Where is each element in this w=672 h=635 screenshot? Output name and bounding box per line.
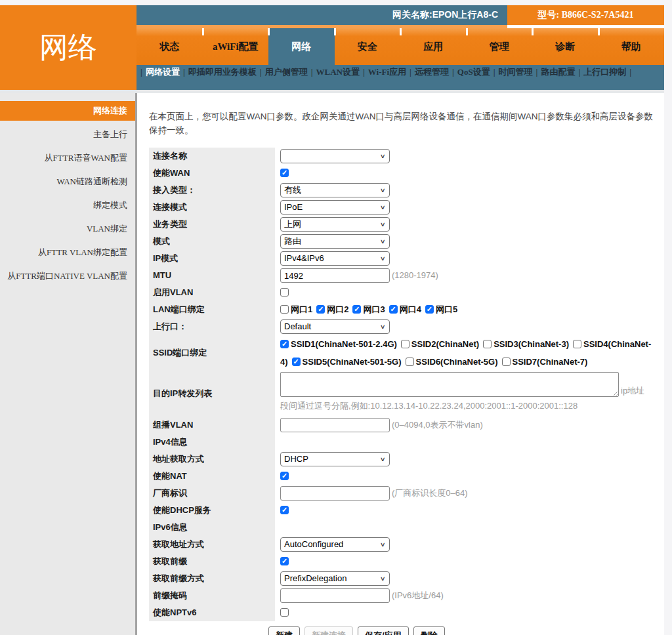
- tab-awifi-config[interactable]: aWiFi配置: [203, 28, 269, 65]
- sidebar-item-primary-backup-uplink[interactable]: 主备上行: [0, 125, 135, 144]
- ipv6-address-acquisition-select[interactable]: AutoConfigured∨: [280, 537, 390, 552]
- ssid-port-binding-option-6[interactable]: SSID6(ChinaNet-5G): [406, 357, 498, 367]
- subnav-item-uplink-suppression[interactable]: 上行口抑制: [583, 67, 626, 77]
- select-value: IPv4&IPv6: [284, 253, 324, 263]
- sidebar-item-vlan-binding[interactable]: VLAN绑定: [0, 219, 135, 239]
- tab-management[interactable]: 管理: [467, 28, 533, 65]
- new-button[interactable]: 新建: [268, 626, 300, 635]
- subnav-item-user-side-management[interactable]: 用户侧管理: [265, 67, 308, 77]
- option-label: 网口2: [327, 304, 348, 314]
- form-row-ip-mode: IP模式IPv4&IPv6∨: [149, 250, 664, 267]
- connection-mode-select[interactable]: IPoE∨: [280, 200, 390, 215]
- model-number: 型号: B866C-S2-7A5421: [507, 5, 664, 25]
- mode-select[interactable]: 路由∨: [280, 234, 390, 249]
- subnav-separator: |: [578, 67, 580, 77]
- service-type-select[interactable]: 上网∨: [280, 217, 390, 232]
- lan-port-binding-group: 网口1✓网口2✓网口3✓网口4✓网口5: [280, 301, 461, 318]
- enable-vlan-checkbox[interactable]: [280, 288, 289, 297]
- checkbox[interactable]: [483, 340, 492, 348]
- tab-help[interactable]: 帮助: [598, 28, 665, 65]
- access-type-select[interactable]: 有线∨: [280, 183, 390, 197]
- tab-network[interactable]: 网络: [268, 28, 335, 65]
- address-acquisition-select[interactable]: DHCP∨: [280, 452, 390, 466]
- checkbox[interactable]: [502, 358, 511, 366]
- prefix-acquisition-mode-select[interactable]: PrefixDelegation∨: [280, 571, 390, 586]
- form-label-ipv6-address-acquisition: 获取地址方式: [149, 536, 275, 553]
- sidebar-item-fttr-voice-wan-config[interactable]: 从FTTR语音WAN配置: [0, 148, 135, 168]
- enable-nptv6-checkbox[interactable]: [280, 608, 289, 617]
- subnav-item-wifi-app[interactable]: Wi-Fi应用: [368, 67, 406, 77]
- lan-port-binding-option-4[interactable]: ✓网口4: [389, 304, 421, 314]
- enable-dhcp-service-checkbox[interactable]: ✓: [280, 506, 289, 514]
- ssid-port-binding-option-1[interactable]: ✓SSID1(ChinaNet-501-2.4G): [280, 339, 397, 349]
- checkbox[interactable]: ✓: [316, 305, 325, 314]
- ip-mode-select[interactable]: IPv4&IPv6∨: [280, 251, 390, 266]
- subnav-item-wlan-settings[interactable]: WLAN设置: [316, 67, 360, 77]
- lan-port-binding-option-1[interactable]: 网口1: [280, 304, 312, 314]
- multicast-vlan-input[interactable]: [280, 418, 390, 432]
- subnav-item-qos-settings[interactable]: QoS设置: [457, 67, 490, 77]
- prefix-mask-input[interactable]: [280, 588, 390, 603]
- sidebar-item-fttr-vlan-binding-config[interactable]: 从FTTR VLAN绑定配置: [0, 243, 135, 262]
- tab-diagnosis[interactable]: 诊断: [532, 28, 598, 65]
- subnav-item-network-settings[interactable]: 网络设置: [146, 67, 180, 77]
- enable-nat-checkbox[interactable]: ✓: [280, 472, 289, 480]
- sidebar-item-fttr-port-native-vlan-config[interactable]: 从FTTR端口NATIVE VLAN配置: [0, 266, 135, 286]
- ssid-port-binding-option-3[interactable]: SSID3(ChinaNet-3): [483, 339, 569, 349]
- sidebar-item-wan-link-detection[interactable]: WAN链路通断检测: [0, 172, 135, 192]
- acquire-prefix-checkbox[interactable]: ✓: [280, 557, 289, 565]
- checkbox[interactable]: ✓: [280, 340, 289, 348]
- dest-ip-forward-list-textarea[interactable]: [280, 372, 619, 397]
- form-label-mtu: MTU: [149, 267, 275, 284]
- form-row-prefix-mask: 前缀掩码(IPv6地址/64): [149, 587, 664, 604]
- textarea-line: ip地址: [280, 372, 664, 397]
- tab-application[interactable]: 应用: [400, 28, 467, 65]
- tab-security[interactable]: 安全: [335, 28, 401, 65]
- connection-name-select[interactable]: ∨: [280, 149, 390, 163]
- checkbox[interactable]: [406, 358, 414, 366]
- checkbox[interactable]: ✓: [425, 305, 434, 314]
- checkbox[interactable]: [573, 340, 581, 348]
- checkbox[interactable]: ✓: [352, 305, 361, 314]
- subnav-item-plug-and-play-template[interactable]: 即插即用业务模板: [188, 67, 257, 77]
- topbar: 网关名称:EPON上行A8-C 型号: B866C-S2-7A5421: [136, 5, 664, 25]
- subnav-item-remote-management[interactable]: 远程管理: [415, 67, 449, 77]
- enable-wan-checkbox[interactable]: ✓: [280, 169, 289, 177]
- form-label-enable-nat: 使能NAT: [149, 468, 275, 485]
- form-control-connection-name: ∨: [275, 148, 664, 165]
- vendor-id-hint: (厂商标识长度0–64): [392, 487, 468, 499]
- form-control-enable-dhcp-service: ✓: [275, 502, 664, 519]
- sidebar-item-binding-mode[interactable]: 绑定模式: [0, 195, 135, 215]
- checkbox[interactable]: ✓: [292, 358, 301, 366]
- ssid-port-binding-option-5[interactable]: ✓SSID5(ChinaNet-501-5G): [292, 357, 402, 367]
- form-label-ipv4-info: IPv4信息: [149, 434, 275, 451]
- ssid-port-binding-option-7[interactable]: SSID7(ChinaNet-7): [502, 357, 588, 367]
- form-control-enable-nptv6: [275, 604, 664, 621]
- form-label-enable-wan: 使能WAN: [149, 165, 275, 182]
- dest-ip-forward-list-hint: 段间通过逗号分隔,例如:10.12.13.14-10.22.23.24,2000…: [280, 400, 664, 412]
- lan-port-binding-option-3[interactable]: ✓网口3: [352, 304, 385, 314]
- sidebar-item-network-connection[interactable]: 网络连接: [0, 101, 135, 121]
- checkbox[interactable]: [280, 305, 289, 314]
- form-label-lan-port-binding: LAN端口绑定: [149, 301, 275, 318]
- delete-button[interactable]: 删除: [413, 626, 445, 635]
- uplink-port-select[interactable]: Default∨: [280, 319, 390, 334]
- subnav-item-time-management[interactable]: 时间管理: [499, 67, 533, 77]
- form-control-mode: 路由∨: [275, 233, 664, 250]
- mtu-input[interactable]: 1492: [280, 268, 390, 283]
- lan-port-binding-option-5[interactable]: ✓网口5: [425, 304, 457, 314]
- checkbox[interactable]: ✓: [389, 305, 398, 314]
- vendor-id-input[interactable]: [280, 486, 390, 501]
- multicast-vlan-hint: (0–4094,0表示不带vlan): [392, 419, 483, 431]
- subnav-separator: |: [363, 67, 365, 77]
- form-row-prefix-acquisition-mode: 获取前缀方式PrefixDelegation∨: [149, 570, 664, 587]
- lan-port-binding-option-2[interactable]: ✓网口2: [316, 304, 348, 314]
- option-label: 网口4: [400, 304, 421, 314]
- ssid-port-binding-option-2[interactable]: SSID2(ChinaNet): [401, 339, 479, 349]
- subnav-item-route-config[interactable]: 路由配置: [541, 67, 575, 77]
- save-apply-button[interactable]: 保存/应用: [358, 626, 409, 635]
- chevron-down-icon: ∨: [380, 255, 386, 261]
- form-label-access-type: 接入类型：: [149, 182, 275, 199]
- tab-status[interactable]: 状态: [136, 28, 203, 65]
- checkbox[interactable]: [401, 340, 410, 348]
